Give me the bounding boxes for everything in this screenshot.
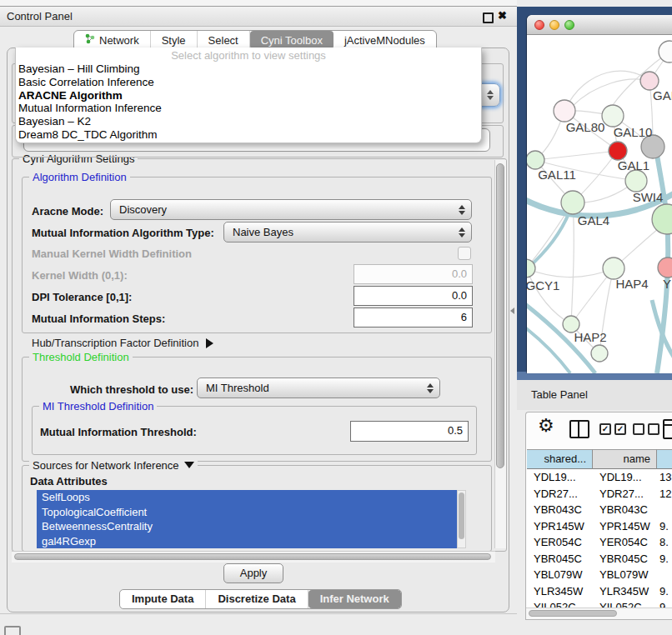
algorithm-list: Bayesian – Hill ClimbingBasic Correlatio… [16, 62, 481, 142]
data-attributes-list[interactable]: SelfLoopsTopologicalCoefficientBetweenne… [37, 490, 457, 548]
algorithm-option[interactable]: Mutual Information Inference [16, 102, 481, 115]
scrollbar-thumb[interactable] [14, 553, 491, 560]
table-row[interactable]: YER054CYER054C8. [527, 534, 672, 551]
table-row[interactable]: YBR043CYBR043C [527, 502, 672, 518]
tab-select[interactable]: Select [198, 31, 250, 49]
network-node[interactable] [658, 258, 672, 278]
table-cell: YDL19... [593, 469, 657, 486]
attributes-scrollbar[interactable] [457, 490, 466, 548]
table-cell: YBL079W [593, 567, 657, 583]
hub-transcription-factor-section[interactable]: Hub/Transcription Factor Definition [32, 337, 213, 349]
panel-divider-arrow-icon[interactable] [510, 308, 514, 314]
table-cell: 9. [657, 551, 672, 568]
network-node[interactable] [527, 151, 544, 169]
network-node-label: SWI4 [633, 190, 664, 204]
deselect-all-columns-icon[interactable] [633, 423, 663, 438]
manual-kernel-width-checkbox[interactable] [458, 247, 471, 260]
which-threshold-select[interactable]: MI Threshold [197, 378, 440, 398]
scrollbar-thumb[interactable] [529, 610, 617, 617]
kernel-width-label: Kernel Width (0,1): [32, 269, 128, 282]
expand-arrow-icon[interactable] [206, 338, 213, 348]
aracne-mode-select[interactable]: Discovery [110, 199, 472, 220]
close-panel-icon[interactable]: ✖ [498, 9, 507, 22]
control-panel-title: Control Panel [7, 10, 73, 22]
network-node[interactable] [652, 204, 672, 234]
mi-threshold-label: Mutual Information Threshold: [40, 426, 197, 438]
network-node[interactable] [609, 142, 627, 160]
close-traffic-light-icon[interactable] [534, 20, 544, 30]
algorithm-option[interactable]: ARACNE Algorithm [16, 89, 481, 102]
scrollbar-thumb[interactable] [459, 492, 464, 539]
data-attribute-item[interactable]: SelfLoops [37, 490, 457, 505]
network-node[interactable] [625, 170, 647, 192]
network-graph[interactable]: GALGAL80GAL10GAL1GAL11SWI4GAL4HAP4YGCY1H… [527, 35, 672, 373]
kernel-width-field[interactable]: 0.0 [354, 264, 473, 284]
tab-jactivemnodules[interactable]: jActiveMNodules [333, 31, 436, 49]
data-attribute-item[interactable]: gal4RGexp [37, 534, 457, 549]
table-row[interactable]: YLR345WYLR345W9. [527, 583, 672, 600]
algorithm-option[interactable]: Dream8 DC_TDC Algorithm [16, 128, 481, 142]
table-row[interactable]: YIL052CYIL052C9. [527, 599, 672, 608]
network-node[interactable] [640, 72, 659, 90]
data-attribute-item[interactable]: TopologicalCoefficient [37, 505, 457, 520]
column-header-partial[interactable] [657, 449, 672, 469]
float-panel-icon[interactable] [483, 12, 494, 23]
table-cell: YBR045C [593, 551, 657, 568]
scrollbar-thumb[interactable] [496, 163, 504, 468]
mi-threshold-field[interactable]: 0.5 [350, 421, 469, 442]
table-horizontal-scrollbar[interactable] [526, 608, 672, 619]
table-cell: YIL052C [527, 599, 593, 608]
algorithm-option[interactable]: Bayesian – K2 [16, 115, 481, 128]
table-row[interactable]: YBR045CYBR045C9. [527, 551, 672, 568]
column-header-shared-name[interactable]: shared... [527, 449, 593, 469]
mi-algorithm-type-select[interactable]: Naive Bayes [223, 222, 472, 242]
table-row[interactable]: YDR27...YDR27...12 [527, 486, 672, 502]
network-view-window[interactable]: GALGAL80GAL10GAL1GAL11SWI4GAL4HAP4YGCY1H… [527, 15, 672, 373]
network-canvas[interactable]: GALGAL80GAL10GAL1GAL11SWI4GAL4HAP4YGCY1H… [527, 35, 672, 373]
data-attribute-item[interactable]: BetweennessCentrality [37, 519, 457, 534]
column-layout-icon[interactable] [569, 420, 589, 438]
network-node[interactable] [591, 345, 608, 362]
dpi-tolerance-field[interactable]: 0.0 [354, 286, 473, 306]
select-all-columns-icon[interactable]: ✓✓ [599, 423, 629, 438]
tab-label: Cyni Toolbox [261, 34, 323, 47]
table-cell: YPR145W [527, 518, 593, 535]
hidden-panel-button[interactable] [4, 626, 21, 635]
table-mode-icon[interactable] [663, 419, 672, 439]
apply-button[interactable]: Apply [223, 563, 283, 583]
network-node[interactable] [659, 41, 672, 62]
collapse-arrow-icon[interactable] [184, 462, 194, 468]
data-attributes-label: Data Attributes [30, 475, 108, 488]
algorithm-option[interactable]: Bayesian – Hill Climbing [16, 62, 481, 76]
table-row[interactable]: YPR145WYPR145W9. [527, 518, 672, 535]
table-row[interactable]: YBL079WYBL079W [527, 567, 672, 583]
network-node[interactable] [561, 191, 584, 214]
tab-infer-network[interactable]: Infer Network [308, 590, 401, 608]
algorithm-option[interactable]: Basic Correlation Inference [16, 76, 481, 89]
network-node[interactable] [602, 105, 624, 127]
tab-style[interactable]: Style [151, 31, 198, 49]
tab-network[interactable]: Network [74, 31, 151, 49]
table-cell: 12 [657, 486, 672, 502]
table-cell: 9. [657, 518, 672, 535]
settings-vertical-scrollbar[interactable] [494, 160, 506, 548]
mi-steps-field[interactable]: 6 [354, 308, 473, 328]
tab-discretize-data[interactable]: Discretize Data [206, 590, 308, 608]
table-row[interactable]: YDL19...YDL19...13 [527, 469, 672, 486]
settings-horizontal-scrollbar[interactable] [12, 551, 495, 562]
tab-label: Select [208, 34, 238, 47]
group-title[interactable]: Sources for Network Inference [29, 459, 198, 472]
network-window-titlebar[interactable] [527, 15, 672, 35]
column-header-name[interactable]: name [593, 449, 657, 469]
combo-stepper-icon [459, 222, 465, 242]
aracne-mode-label: Aracne Mode: [32, 205, 103, 218]
tab-cyni-toolbox[interactable]: Cyni Toolbox [250, 31, 333, 49]
table-cell: 9. [657, 583, 672, 600]
tab-impute-data[interactable]: Impute Data [120, 590, 206, 608]
network-node-label: GAL1 [618, 158, 649, 172]
table-cell: YER054C [527, 534, 593, 551]
minimize-traffic-light-icon[interactable] [549, 20, 559, 30]
table-settings-gear-icon[interactable]: ⚙ [538, 415, 554, 437]
zoom-traffic-light-icon[interactable] [564, 20, 574, 30]
network-node[interactable] [554, 100, 575, 122]
